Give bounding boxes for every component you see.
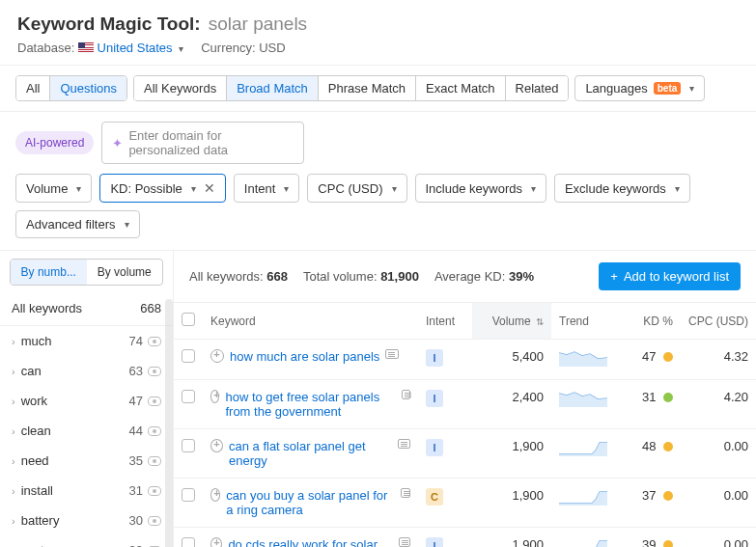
row-checkbox[interactable]	[182, 439, 195, 452]
table-row: can a flat solar panel get energy I 1,90…	[174, 429, 756, 479]
kd-dot-icon	[663, 442, 673, 451]
currency-label: Currency:	[201, 41, 255, 55]
filter-kd[interactable]: KD: Possible▾✕	[99, 174, 225, 203]
trend-sparkline	[551, 340, 619, 380]
col-trend[interactable]: Trend	[551, 303, 619, 340]
volume-value: 5,400	[472, 340, 551, 380]
sidebar-item-count: 29	[129, 543, 143, 547]
filter-include[interactable]: Include keywords▾	[415, 174, 546, 203]
col-volume[interactable]: Volume ⇅	[472, 303, 551, 340]
serp-icon[interactable]	[398, 439, 410, 449]
row-checkbox[interactable]	[182, 537, 195, 547]
sidebar-item-count: 31	[129, 483, 143, 498]
scope-tab-group: All Questions	[15, 75, 127, 101]
beta-badge: beta	[654, 82, 682, 95]
volume-value: 2,400	[472, 380, 551, 429]
eye-icon[interactable]	[148, 367, 161, 376]
tab-broad-match[interactable]: Broad Match	[227, 76, 319, 100]
table-row: how much are solar panels I 5,400 47 4.3…	[174, 340, 756, 380]
tab-all-keywords[interactable]: All Keywords	[134, 76, 227, 100]
tab-related[interactable]: Related	[506, 76, 569, 100]
sidebar-item[interactable]: ›clean44	[0, 416, 173, 446]
table-row: do cds really work for solar panels I 1,…	[174, 528, 756, 548]
col-keyword[interactable]: Keyword	[203, 303, 418, 340]
tab-phrase-match[interactable]: Phrase Match	[319, 76, 416, 100]
expand-icon[interactable]	[210, 439, 223, 452]
col-cpc[interactable]: CPC (USD)	[681, 303, 756, 340]
add-to-keyword-list-button[interactable]: + Add to keyword list	[599, 262, 741, 290]
select-all-checkbox[interactable]	[182, 313, 195, 326]
add-button-label: Add to keyword list	[624, 269, 729, 284]
eye-icon[interactable]	[148, 337, 161, 346]
filter-intent[interactable]: Intent▾	[234, 174, 300, 203]
intent-badge: I	[426, 390, 443, 407]
expand-icon[interactable]	[210, 537, 222, 547]
serp-icon[interactable]	[399, 537, 410, 547]
keyword-link[interactable]: can a flat solar panel get energy	[229, 439, 392, 468]
sidebar-item[interactable]: ›battery30	[0, 506, 173, 535]
trend-sparkline	[551, 429, 619, 479]
sidebar-all-keywords[interactable]: All keywords 668	[0, 291, 173, 326]
sidebar-all-count: 668	[140, 301, 161, 315]
cpc-value: 4.32	[681, 340, 756, 380]
row-checkbox[interactable]	[182, 488, 195, 502]
sort-by-volume[interactable]: By volume	[87, 260, 163, 285]
close-icon[interactable]: ✕	[204, 180, 215, 196]
keyword-link[interactable]: how to get free solar panels from the go…	[225, 390, 395, 419]
sidebar-item-count: 74	[129, 334, 143, 348]
intent-badge: I	[426, 349, 443, 367]
filter-advanced[interactable]: Advanced filters▾	[15, 210, 140, 238]
col-intent[interactable]: Intent	[418, 303, 472, 340]
row-checkbox[interactable]	[182, 390, 195, 403]
keyword-link[interactable]: can you buy a solar panel for a ring cam…	[226, 488, 394, 517]
expand-icon[interactable]	[210, 390, 219, 403]
plus-icon: +	[610, 269, 618, 284]
scrollbar[interactable]	[165, 299, 173, 547]
tab-exact-match[interactable]: Exact Match	[416, 76, 506, 100]
languages-selector[interactable]: Languages beta ▾	[574, 75, 705, 101]
tab-all[interactable]: All	[16, 76, 50, 100]
serp-icon[interactable]	[402, 390, 410, 399]
sort-by-number[interactable]: By numb...	[11, 260, 87, 285]
tab-questions[interactable]: Questions	[50, 76, 126, 100]
filter-exclude[interactable]: Exclude keywords▾	[554, 174, 690, 203]
summary-allkw-label: All keywords:	[189, 269, 264, 284]
sidebar-item[interactable]: ›much74	[0, 326, 173, 356]
eye-icon[interactable]	[148, 397, 161, 406]
cpc-value: 0.00	[681, 429, 756, 479]
eye-icon[interactable]	[148, 516, 161, 526]
eye-icon[interactable]	[148, 456, 161, 466]
sidebar-item[interactable]: ›install31	[0, 476, 173, 506]
serp-icon[interactable]	[401, 488, 410, 498]
database-selector[interactable]: Database: United States ▾	[17, 41, 183, 55]
domain-input[interactable]: ✦ Enter domain for personalized data	[101, 122, 304, 164]
sidebar-item-label: work	[21, 394, 47, 408]
summary-allkw-value: 668	[266, 269, 288, 284]
filter-volume[interactable]: Volume▾	[15, 174, 92, 203]
eye-icon[interactable]	[148, 486, 161, 496]
serp-icon[interactable]	[385, 349, 399, 359]
sidebar-item-label: install	[21, 483, 53, 498]
currency-label-group: Currency: USD	[201, 41, 285, 55]
expand-icon[interactable]	[210, 488, 220, 502]
kd-value: 39	[619, 528, 681, 548]
chevron-right-icon: ›	[12, 455, 15, 467]
row-checkbox[interactable]	[182, 349, 195, 363]
sidebar-item[interactable]: ›work47	[0, 386, 173, 416]
kd-value: 47	[619, 340, 681, 380]
kd-dot-icon	[663, 540, 673, 547]
filter-cpc[interactable]: CPC (USD)▾	[307, 174, 406, 203]
sidebar-item[interactable]: ›need35	[0, 446, 173, 476]
filter-advanced-label: Advanced filters	[26, 217, 116, 232]
chevron-down-icon: ▾	[125, 219, 129, 230]
eye-icon[interactable]	[148, 426, 161, 436]
currency-value: USD	[259, 41, 285, 55]
sidebar-item-count: 30	[129, 513, 143, 528]
keyword-link[interactable]: how much are solar panels	[230, 349, 379, 364]
expand-icon[interactable]	[210, 349, 224, 363]
sparkle-icon: ✦	[112, 136, 123, 150]
keyword-link[interactable]: do cds really work for solar panels	[228, 537, 392, 547]
col-kd[interactable]: KD %	[619, 303, 681, 340]
sidebar-item[interactable]: ›can63	[0, 356, 173, 386]
sidebar-item[interactable]: ›cost29	[0, 535, 173, 547]
